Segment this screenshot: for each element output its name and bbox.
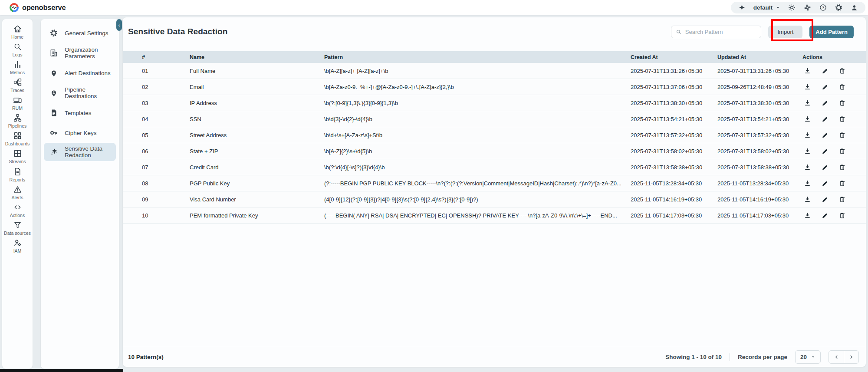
delete-icon[interactable] [838, 115, 846, 123]
row-actions [798, 196, 861, 203]
search-pattern-input[interactable] [685, 29, 757, 35]
sidebar-item-home[interactable]: Home [3, 23, 32, 41]
column-header-pattern[interactable]: Pattern [320, 54, 626, 60]
column-header-num[interactable]: # [138, 54, 185, 60]
delete-icon[interactable] [838, 212, 846, 219]
edit-icon[interactable] [821, 67, 829, 75]
page-size-select[interactable]: 20 [795, 350, 821, 364]
table-row[interactable]: 03 IP Address \b(?:[0-9]{1,3}\.){3}[0-9]… [123, 95, 866, 111]
settings-item-organization-parameters[interactable]: Organization Parameters [41, 43, 119, 63]
previous-page-button[interactable] [829, 351, 844, 363]
rum-devices-icon [13, 95, 22, 105]
delete-icon[interactable] [838, 67, 846, 75]
theme-toggle-icon[interactable] [788, 3, 796, 12]
table-row[interactable]: 02 Email \b[A-Za-z0-9._%+-]+@[A-Za-z0-9.… [123, 79, 866, 95]
edit-icon[interactable] [821, 83, 829, 91]
edit-icon[interactable] [821, 99, 829, 107]
updated-at: 2025-11-05T13:28:34+05:30 [713, 180, 798, 187]
delete-icon[interactable] [838, 180, 846, 187]
showing-range: Showing 1 - 10 of 10 [665, 354, 722, 360]
settings-item-templates[interactable]: Templates [41, 103, 119, 123]
pattern-name: SSN [185, 116, 320, 122]
table-row[interactable]: 09 Visa Card Number (4[0-9]{12}(?:[0-9]{… [123, 191, 866, 207]
sidebar-item-alerts[interactable]: Alerts [3, 184, 32, 201]
download-icon[interactable] [804, 212, 811, 219]
delete-icon[interactable] [838, 196, 846, 203]
sidebar-item-label: Home [11, 34, 23, 40]
column-header-updated-at[interactable]: Updated At [713, 54, 798, 60]
edit-icon[interactable] [821, 148, 829, 155]
download-icon[interactable] [804, 180, 811, 187]
settings-item-sensitive-data-redaction[interactable]: Sensitive Data Redaction [44, 143, 116, 161]
org-selector[interactable]: default [753, 4, 780, 11]
download-icon[interactable] [804, 164, 811, 171]
sidebar-item-reports[interactable]: Reports [3, 166, 32, 184]
column-header-created-at[interactable]: Created At [626, 54, 713, 60]
edit-icon[interactable] [821, 196, 829, 203]
row-number: 10 [138, 212, 185, 219]
help-icon[interactable]: ? [819, 3, 827, 12]
created-at: 2025-07-31T13:31:26+05:30 [626, 68, 713, 74]
profile-icon[interactable] [850, 3, 858, 12]
slack-icon[interactable] [803, 3, 812, 12]
edit-icon[interactable] [821, 164, 829, 171]
add-pattern-button[interactable]: Add Pattern [809, 26, 854, 38]
sidebar-item-rum[interactable]: RUM [3, 94, 32, 112]
settings-gear-icon[interactable] [835, 3, 843, 12]
table-row[interactable]: 04 SSN \b\d{3}-\d{2}-\d{4}\b 2025-07-31T… [123, 111, 866, 127]
sidebar-item-logs[interactable]: Logs [3, 41, 32, 59]
download-icon[interactable] [804, 196, 811, 203]
sidebar-item-label: Traces [10, 88, 24, 93]
delete-icon[interactable] [838, 83, 846, 91]
sidebar-item-traces[interactable]: Traces [3, 76, 32, 94]
download-icon[interactable] [804, 67, 811, 75]
download-icon[interactable] [804, 132, 811, 139]
table-row[interactable]: 08 PGP Public Key (?:-----BEGIN PGP PUBL… [123, 175, 866, 191]
openobserve-logo[interactable]: openobserve [10, 3, 66, 12]
download-icon[interactable] [804, 115, 811, 123]
settings-item-general-settings[interactable]: General Settings [41, 23, 119, 43]
edit-icon[interactable] [821, 115, 829, 123]
download-icon[interactable] [804, 83, 811, 91]
redaction-asterisk-icon [49, 148, 58, 156]
sidebar-item-label: Reports [10, 177, 26, 182]
sidebar-item-label: Data sources [4, 230, 31, 236]
edit-icon[interactable] [821, 132, 829, 139]
pattern-name: Credit Card [185, 164, 320, 171]
edit-icon[interactable] [821, 212, 829, 219]
delete-icon[interactable] [838, 164, 846, 171]
settings-item-pipeline-destinations[interactable]: Pipeline Destinations [41, 83, 119, 103]
download-icon[interactable] [804, 99, 811, 107]
download-icon[interactable] [804, 148, 811, 155]
edit-icon[interactable] [821, 180, 829, 187]
created-at: 2025-11-05T14:16:19+05:30 [626, 196, 713, 203]
sidebar-item-dashboards[interactable]: Dashboards [3, 130, 32, 148]
sidebar-item-iam[interactable]: IAM [3, 237, 32, 255]
sidebar-item-streams[interactable]: Streams [3, 148, 32, 165]
ai-sparkle-icon[interactable] [738, 3, 746, 12]
next-page-button[interactable] [844, 351, 858, 363]
sidebar-item-metrics[interactable]: Metrics [3, 59, 32, 76]
main-sidebar: Home Logs Metrics Traces RUM Pipelines D… [2, 19, 33, 369]
table-row[interactable]: 01 Full Name \b[A-Z][a-z]+ [A-Z][a-z]+\b… [123, 63, 866, 79]
row-actions [798, 148, 861, 155]
settings-item-alert-destinations[interactable]: Alert Destinations [41, 63, 119, 83]
import-button[interactable]: Import [768, 26, 802, 38]
sidebar-item-actions[interactable]: Actions [3, 201, 32, 219]
row-number: 06 [138, 148, 185, 155]
table-row[interactable]: 06 State + ZIP \b[A-Z]{2}\s+\d{5}\b 2025… [123, 143, 866, 159]
sidebar-item-pipelines[interactable]: Pipelines [3, 112, 32, 130]
actions-code-icon [13, 203, 22, 212]
delete-icon[interactable] [838, 132, 846, 139]
map-pin-user-icon [49, 89, 58, 97]
gear-icon [49, 29, 58, 37]
sidebar-item-data-sources[interactable]: Data sources [3, 219, 32, 237]
column-header-name[interactable]: Name [185, 54, 320, 60]
settings-item-cipher-keys[interactable]: Cipher Keys [41, 123, 119, 143]
table-row[interactable]: 07 Credit Card \b(?:\d{4}[-\s]?){3}\d{4}… [123, 159, 866, 175]
collapse-sidebar-button[interactable]: ‹ [116, 19, 122, 31]
table-row[interactable]: 05 Street Address \b\d+\s+[A-Za-z\s]+St\… [123, 127, 866, 143]
delete-icon[interactable] [838, 148, 846, 155]
delete-icon[interactable] [838, 99, 846, 107]
table-row[interactable]: 10 PEM-formatted Private Key (-----BEGIN… [123, 207, 866, 224]
